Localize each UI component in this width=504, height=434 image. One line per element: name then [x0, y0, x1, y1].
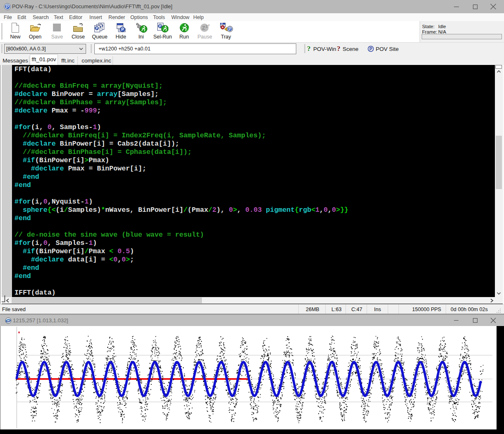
svg-text:z: z [206, 24, 208, 29]
svg-text:z: z [208, 24, 210, 26]
svg-text:Z: Z [202, 25, 205, 31]
svg-text:38: 38 [221, 23, 223, 25]
svg-text:?: ? [337, 45, 341, 53]
svg-text:?: ? [307, 45, 311, 53]
